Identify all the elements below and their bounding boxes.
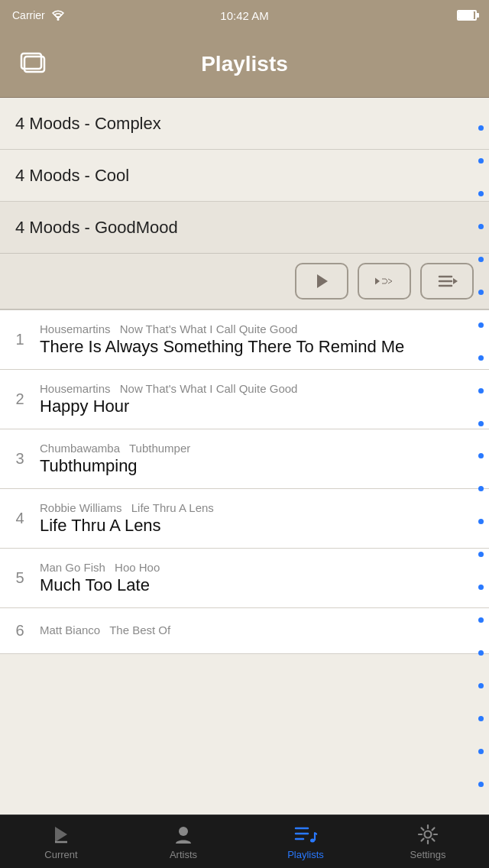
svg-marker-8	[453, 278, 458, 284]
track-title-3: Tubthumping	[40, 456, 474, 476]
tab-artists[interactable]: Artists	[122, 815, 244, 868]
track-title-2: Happy Hour	[40, 397, 474, 416]
playlist-controls	[0, 254, 489, 309]
status-bar-right	[457, 10, 477, 21]
track-info-3: Chumbawamba Tubthumper Tubthumping	[40, 442, 474, 476]
track-row-4[interactable]: 4 Robbie Williams Life Thru A Lens Life …	[0, 489, 489, 549]
track-row-5[interactable]: 5 Man Go Fish Hoo Hoo Much Too Late	[0, 549, 489, 608]
carrier-text: Carrier	[12, 9, 45, 21]
tab-playlists[interactable]: Playlists	[244, 815, 367, 868]
scroll-dot	[478, 749, 484, 754]
play-icon	[311, 270, 332, 292]
playlist-item-2[interactable]: 4 Moods - Cool	[0, 150, 489, 202]
track-row-2[interactable]: 2 Housemartins Now That's What I Call Qu…	[0, 370, 489, 429]
nav-bar: Playlists	[0, 31, 489, 98]
queue-button[interactable]	[420, 263, 474, 300]
tab-current[interactable]: Current	[0, 815, 122, 868]
play-button[interactable]	[295, 263, 348, 300]
tab-settings-label: Settings	[410, 849, 446, 860]
status-bar-time: 10:42 AM	[220, 9, 268, 22]
shuffle-play-icon	[374, 270, 395, 292]
track-info-5: Man Go Fish Hoo Hoo Much Too Late	[40, 561, 474, 595]
playlists-icon	[294, 823, 317, 846]
scroll-dot	[478, 782, 484, 787]
tab-current-label: Current	[44, 849, 77, 860]
track-title-5: Much Too Late	[40, 575, 474, 595]
status-bar-left: Carrier	[12, 9, 65, 21]
status-bar: Carrier 10:42 AM	[0, 0, 489, 31]
track-title-1: There Is Always Something There To Remin…	[40, 337, 474, 357]
track-number-2: 2	[0, 390, 40, 408]
track-info-1: Housemartins Now That's What I Call Quit…	[40, 322, 474, 357]
svg-marker-4	[375, 278, 380, 285]
track-row-6[interactable]: 6 Matt Bianco The Best Of	[0, 608, 489, 654]
track-number-6: 6	[0, 622, 40, 640]
playlist-item-3-header[interactable]: 4 Moods - GoodMood	[0, 202, 489, 254]
svg-point-11	[179, 827, 188, 836]
track-meta-6: Matt Bianco The Best Of	[40, 623, 474, 636]
content-area: 4 Moods - Complex 4 Moods - Cool 4 Moods…	[0, 98, 489, 815]
nav-back-button[interactable]	[15, 46, 49, 83]
tab-playlists-label: Playlists	[287, 849, 324, 860]
track-meta-2: Housemartins Now That's What I Call Quit…	[40, 382, 474, 395]
queue-icon	[436, 270, 458, 292]
track-row-1[interactable]: 1 Housemartins Now That's What I Call Qu…	[0, 310, 489, 370]
svg-marker-3	[317, 274, 328, 288]
wifi-icon	[51, 10, 65, 21]
track-list: 1 Housemartins Now That's What I Call Qu…	[0, 310, 489, 654]
track-title-4: Life Thru A Lens	[40, 516, 474, 536]
track-row-3[interactable]: 3 Chumbawamba Tubthumper Tubthumping	[0, 429, 489, 489]
track-info-6: Matt Bianco The Best Of	[40, 623, 474, 638]
scroll-dot	[478, 716, 484, 721]
track-meta-5: Man Go Fish Hoo Hoo	[40, 561, 474, 574]
track-number-5: 5	[0, 569, 40, 587]
stack-icon	[15, 46, 49, 79]
settings-icon	[416, 823, 439, 846]
current-icon	[50, 823, 73, 846]
svg-point-0	[57, 18, 59, 21]
playlist-item-3-expanded: 4 Moods - GoodMood	[0, 202, 489, 310]
svg-marker-9	[55, 827, 67, 842]
nav-bar-title: Playlists	[201, 52, 288, 76]
shuffle-play-button[interactable]	[358, 263, 411, 300]
track-meta-1: Housemartins Now That's What I Call Quit…	[40, 322, 474, 335]
track-info-4: Robbie Williams Life Thru A Lens Life Th…	[40, 501, 474, 536]
artists-icon	[172, 823, 195, 846]
tab-bar: Current Artists Playlists	[0, 815, 489, 868]
svg-point-18	[425, 831, 432, 838]
battery-icon	[457, 10, 477, 21]
track-number-3: 3	[0, 450, 40, 468]
tab-artists-label: Artists	[170, 849, 197, 860]
track-meta-4: Robbie Williams Life Thru A Lens	[40, 501, 474, 514]
tab-settings[interactable]: Settings	[367, 815, 489, 868]
playlist-item-1[interactable]: 4 Moods - Complex	[0, 98, 489, 150]
track-number-1: 1	[0, 331, 40, 348]
scroll-dot	[478, 683, 484, 688]
track-info-2: Housemartins Now That's What I Call Quit…	[40, 382, 474, 416]
track-number-4: 4	[0, 510, 40, 527]
track-meta-3: Chumbawamba Tubthumper	[40, 442, 474, 455]
